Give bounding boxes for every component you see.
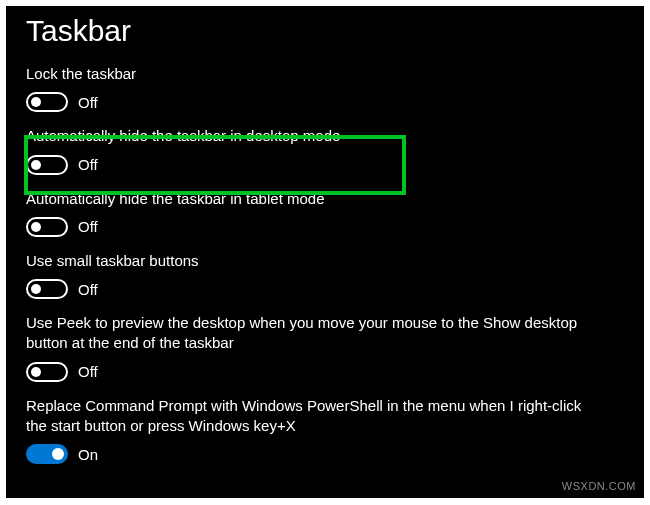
toggle-state-text: Off [78,218,98,235]
setting-powershell: Replace Command Prompt with Windows Powe… [26,396,624,465]
setting-label: Replace Command Prompt with Windows Powe… [26,396,606,437]
setting-hide-tablet: Automatically hide the taskbar in tablet… [26,189,624,237]
toggle-state-text: Off [78,156,98,173]
toggle-row: Off [26,279,624,299]
peek-toggle[interactable] [26,362,68,382]
setting-label: Use Peek to preview the desktop when you… [26,313,606,354]
toggle-row: Off [26,217,624,237]
settings-window: Taskbar Lock the taskbar Off Automatical… [6,6,644,498]
toggle-row: Off [26,362,624,382]
toggle-state-text: Off [78,94,98,111]
hide-tablet-toggle[interactable] [26,217,68,237]
toggle-state-text: On [78,446,98,463]
setting-peek: Use Peek to preview the desktop when you… [26,313,624,382]
setting-small-buttons: Use small taskbar buttons Off [26,251,624,299]
toggle-row: Off [26,92,624,112]
setting-lock-taskbar: Lock the taskbar Off [26,64,624,112]
toggle-state-text: Off [78,281,98,298]
setting-label: Automatically hide the taskbar in deskto… [26,126,606,146]
setting-label: Use small taskbar buttons [26,251,606,271]
watermark-text: WSXDN.COM [562,480,636,492]
powershell-toggle[interactable] [26,444,68,464]
setting-label: Automatically hide the taskbar in tablet… [26,189,606,209]
small-buttons-toggle[interactable] [26,279,68,299]
toggle-state-text: Off [78,363,98,380]
setting-hide-desktop: Automatically hide the taskbar in deskto… [26,126,624,174]
toggle-row: On [26,444,624,464]
setting-label: Lock the taskbar [26,64,606,84]
page-title: Taskbar [26,14,624,48]
hide-desktop-toggle[interactable] [26,155,68,175]
lock-taskbar-toggle[interactable] [26,92,68,112]
toggle-row: Off [26,155,624,175]
